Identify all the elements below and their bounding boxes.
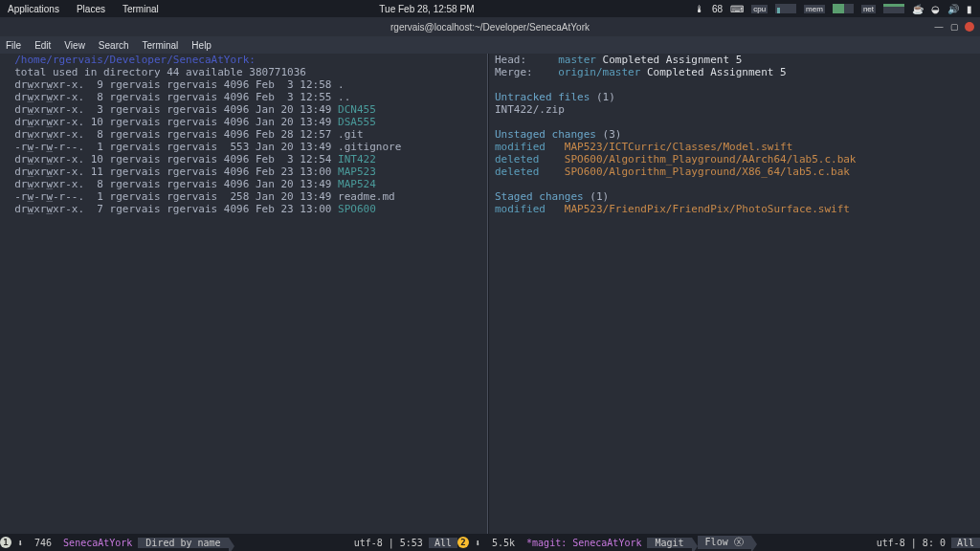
coffee-icon[interactable]: ☕ (912, 4, 924, 14)
emacs-menu-help[interactable]: Help (191, 40, 212, 51)
emacs-menu-terminal[interactable]: Terminal (143, 40, 179, 51)
window-number-2: 2 (457, 537, 469, 548)
maximize-button[interactable]: ▢ (949, 22, 959, 32)
menu-terminal[interactable]: Terminal (122, 4, 159, 14)
emacs-menu-edit[interactable]: Edit (34, 40, 51, 51)
right-major-mode: Magit (647, 538, 691, 548)
keyboard-icon[interactable]: ⌨ (730, 4, 744, 14)
emacs-menu-bar: FileEditViewSearchTerminalHelp (0, 36, 980, 54)
volume-icon[interactable]: 🔊 (947, 4, 959, 14)
cpu-label: cpu (751, 5, 768, 13)
right-buffer-name[interactable]: *magit: SenecaAtYork (521, 538, 647, 548)
dired-buffer[interactable]: /home/rgervais/Developer/SenecaAtYork: t… (0, 54, 488, 534)
window-title-bar: rgervais@localhost:~/Developer/SenecaAtY… (0, 17, 980, 36)
left-encoding: utf-8 (348, 538, 389, 548)
cpu-graph (775, 4, 796, 13)
left-percent: All (429, 538, 457, 548)
emacs-menu-view[interactable]: View (64, 40, 85, 51)
right-size: 5.5k (486, 538, 521, 548)
left-position: 5:53 (394, 538, 429, 548)
wifi-icon[interactable]: ◒ (931, 4, 940, 14)
clock[interactable]: Tue Feb 28, 12:58 PM (159, 4, 695, 14)
menu-places[interactable]: Places (77, 4, 105, 14)
window-title: rgervais@localhost:~/Developer/SenecaAtY… (390, 22, 590, 33)
close-button[interactable] (965, 22, 974, 32)
mem-label: mem (804, 5, 825, 13)
window-number-1: 1 (0, 537, 11, 548)
minimize-button[interactable]: — (934, 22, 944, 32)
battery-icon[interactable]: ▮ (967, 4, 972, 14)
modeline: 1 ⬇ 746 SenecaAtYork Dired by name utf-8… (0, 534, 980, 551)
left-sym: ⬇ (11, 538, 29, 548)
left-major-mode: Dired by name (138, 538, 228, 548)
net-label: net (861, 5, 876, 13)
net-graph (883, 4, 904, 13)
right-encoding: utf-8 (871, 538, 911, 548)
emacs-menu-file[interactable]: File (6, 40, 21, 51)
desktop-top-bar: Applications Places Terminal Tue Feb 28,… (0, 0, 980, 17)
left-size: 746 (29, 538, 57, 548)
magit-buffer[interactable]: Head: master Completed Assignment 5 Merg… (488, 54, 980, 534)
right-sym: ⬇ (469, 538, 486, 548)
right-minor-mode: Flow ⓧ (698, 536, 751, 549)
mem-graph (833, 4, 854, 13)
left-buffer-name[interactable]: SenecaAtYork (57, 538, 138, 548)
temperature-value: 68 (712, 4, 723, 14)
temperature-icon: 🌡 (695, 4, 704, 14)
emacs-menu-search[interactable]: Search (99, 40, 129, 51)
emacs-frame: /home/rgervais/Developer/SenecaAtYork: t… (0, 54, 980, 534)
right-percent: All (951, 538, 980, 548)
menu-applications[interactable]: Applications (8, 4, 59, 14)
right-position: 8: 0 (917, 538, 951, 548)
